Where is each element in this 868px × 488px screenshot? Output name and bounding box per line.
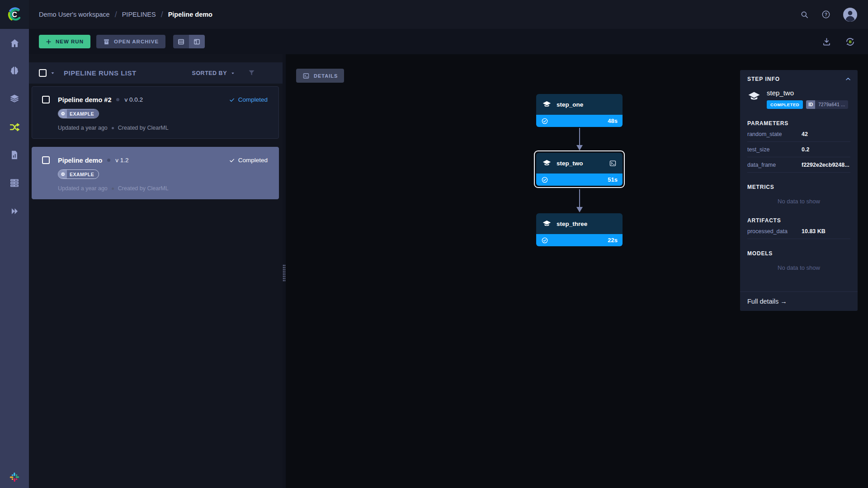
- parameter-row: test_size 0.2: [747, 142, 850, 157]
- clearml-logo-icon: C: [5, 5, 24, 23]
- sidebar-item-pipelines[interactable]: [0, 113, 29, 141]
- new-run-button[interactable]: NEW RUN: [39, 35, 90, 48]
- parameter-row: random_state 42: [747, 127, 850, 142]
- sorted-by-label: SORTED BY: [192, 70, 227, 76]
- example-tag-label: EXAMPLE: [67, 170, 99, 178]
- id-label: ID: [806, 100, 815, 109]
- breadcrumb-workspace[interactable]: Demo User's workspace: [39, 11, 110, 18]
- status-check-icon: [541, 117, 548, 125]
- check-icon: [229, 97, 235, 103]
- parameter-value: f2292e2ecb9248...: [802, 162, 849, 168]
- breadcrumb-pipelines[interactable]: PIPELINES: [122, 11, 156, 18]
- run-checkbox[interactable]: [42, 96, 50, 103]
- example-tag[interactable]: EXAMPLE: [58, 109, 99, 118]
- terminal-icon[interactable]: [609, 160, 617, 167]
- run-title: Pipeline demo #2: [58, 96, 111, 103]
- svg-text:?: ?: [825, 12, 827, 17]
- run-status-label: Completed: [238, 96, 268, 103]
- drag-grip-icon: [283, 264, 286, 282]
- layers-icon: [542, 219, 552, 229]
- select-all-caret-icon[interactable]: [50, 70, 56, 76]
- new-run-label: NEW RUN: [56, 39, 84, 44]
- download-icon[interactable]: [822, 37, 831, 47]
- nav-sidebar: [0, 29, 29, 488]
- parameter-label: random_state: [747, 131, 802, 137]
- breadcrumb-current: Pipeline demo: [168, 11, 212, 18]
- layers-icon: [542, 100, 552, 109]
- user-avatar[interactable]: [843, 8, 857, 22]
- artifact-label: processed_data: [747, 228, 802, 235]
- clearml-logo[interactable]: C: [0, 0, 29, 29]
- dag-node-step-two[interactable]: step_two 51s: [536, 153, 623, 186]
- sidebar-item-reports[interactable]: [0, 141, 29, 169]
- parameters-section-title: PARAMETERS: [747, 120, 850, 127]
- dag-node-step-two-selected[interactable]: step_two 51s: [534, 150, 625, 188]
- check-icon: [229, 157, 235, 164]
- run-created-by: Created by ClearML: [118, 185, 169, 192]
- run-updated: Updated a year ago: [58, 185, 108, 192]
- breadcrumb-separator: /: [115, 10, 117, 19]
- run-meta: Updated a year ago Created by ClearML: [58, 185, 268, 192]
- separator-dot: [116, 98, 119, 101]
- run-card-pipeline-demo-2[interactable]: Pipeline demo #2 v 0.0.2 Completed EXAMP…: [32, 86, 279, 139]
- select-all-checkbox[interactable]: [39, 69, 47, 77]
- completed-badge: COMPLETED: [767, 100, 803, 109]
- id-value: 7279a641 ...: [815, 100, 848, 109]
- home-icon: [9, 38, 20, 48]
- runs-list-header: PIPELINE RUNS LIST SORTED BY: [29, 62, 283, 84]
- run-checkbox[interactable]: [42, 156, 50, 164]
- status-check-icon: [541, 237, 548, 244]
- artifacts-section-title: ARTIFACTS: [747, 217, 850, 224]
- example-tag-label: EXAMPLE: [67, 109, 99, 118]
- chevron-up-icon[interactable]: [844, 75, 852, 83]
- gear-icon: [58, 170, 67, 178]
- pipeline-toolbar: NEW RUN OPEN ARCHIVE: [29, 29, 868, 54]
- auto-refresh-icon[interactable]: [845, 37, 855, 47]
- sidebar-item-home[interactable]: [0, 29, 29, 57]
- layers-icon: [747, 90, 761, 109]
- split-view-toggle[interactable]: [189, 35, 205, 48]
- sorted-by-dropdown[interactable]: SORTED BY: [192, 70, 236, 76]
- slack-icon: [9, 472, 20, 483]
- run-title: Pipeline demo: [58, 157, 102, 164]
- sidebar-item-queues[interactable]: [0, 169, 29, 197]
- separator-dot: [107, 159, 110, 162]
- parameter-label: test_size: [747, 146, 802, 153]
- models-section-title: MODELS: [747, 250, 850, 257]
- runs-list: Pipeline demo #2 v 0.0.2 Completed EXAMP…: [29, 84, 283, 199]
- node-duration: 51s: [608, 176, 618, 183]
- filter-icon[interactable]: [248, 69, 255, 77]
- dag-node-step-three[interactable]: step_three 22s: [536, 213, 623, 246]
- split-view-icon: [193, 38, 201, 46]
- full-details-link[interactable]: Full details →: [740, 291, 858, 311]
- dag-node-step-one[interactable]: step_one 48s: [536, 94, 623, 127]
- help-icon[interactable]: ?: [821, 10, 830, 19]
- run-meta: Updated a year ago Created by ClearML: [58, 125, 268, 131]
- step-id-chip[interactable]: ID 7279a641 ...: [806, 100, 848, 109]
- example-tag[interactable]: EXAMPLE: [58, 169, 99, 179]
- node-duration: 48s: [608, 117, 618, 124]
- node-duration: 22s: [608, 237, 618, 244]
- slack-link[interactable]: [0, 472, 29, 483]
- details-button[interactable]: DETAILS: [296, 69, 344, 83]
- run-status-badge: Completed: [229, 96, 268, 103]
- run-card-pipeline-demo[interactable]: Pipeline demo v 1.2 Completed EXAMPLE: [32, 147, 279, 199]
- sidebar-item-projects[interactable]: [0, 57, 29, 85]
- clearml-pipelines-page: C Demo User's workspace / PIPELINES / Pi…: [0, 0, 868, 488]
- run-status-label: Completed: [238, 157, 268, 164]
- dag-edge: [576, 128, 583, 150]
- step-name: step_two: [767, 89, 848, 97]
- panel-resize-handle[interactable]: [283, 54, 286, 488]
- run-updated: Updated a year ago: [58, 125, 108, 131]
- models-empty-text: No data to show: [747, 257, 850, 272]
- table-view-toggle[interactable]: [173, 35, 189, 48]
- sidebar-item-datasets[interactable]: [0, 85, 29, 113]
- sidebar-item-applications[interactable]: [0, 197, 29, 225]
- open-archive-button[interactable]: OPEN ARCHIVE: [96, 35, 165, 48]
- server-icon: [9, 178, 20, 188]
- toolbar-right-actions: [822, 37, 855, 47]
- top-bar: C Demo User's workspace / PIPELINES / Pi…: [0, 0, 868, 29]
- breadcrumb-separator: /: [161, 10, 163, 19]
- search-icon[interactable]: [800, 10, 809, 19]
- forward-play-icon: [10, 206, 19, 216]
